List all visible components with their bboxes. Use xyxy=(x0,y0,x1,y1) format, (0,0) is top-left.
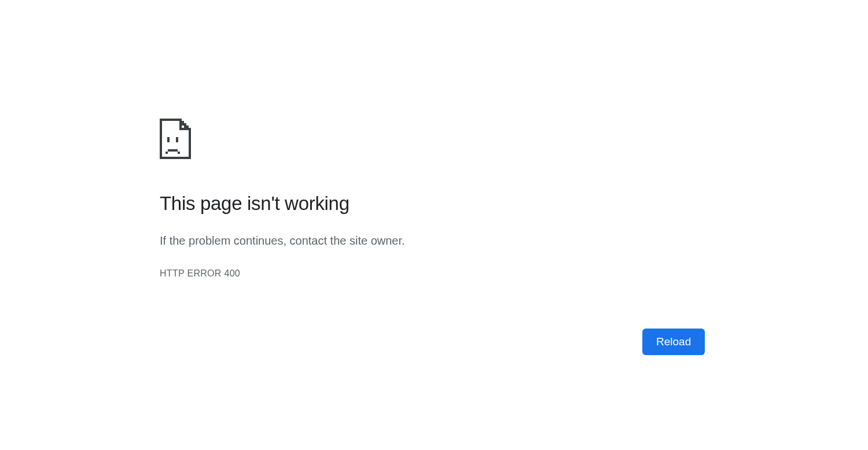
error-container: This page isn't working If the problem c… xyxy=(160,119,704,279)
svg-rect-7 xyxy=(178,152,180,154)
svg-rect-4 xyxy=(176,137,178,142)
sad-page-icon xyxy=(160,119,704,161)
svg-rect-6 xyxy=(165,152,168,154)
svg-rect-1 xyxy=(184,123,186,126)
svg-rect-5 xyxy=(168,149,178,152)
reload-button[interactable]: Reload xyxy=(642,329,705,355)
svg-rect-0 xyxy=(182,121,184,123)
error-message: If the problem continues, contact the si… xyxy=(160,233,704,249)
error-code: HTTP ERROR 400 xyxy=(160,268,704,279)
svg-rect-3 xyxy=(167,137,170,142)
svg-rect-2 xyxy=(186,126,189,128)
error-heading: This page isn't working xyxy=(160,191,704,216)
